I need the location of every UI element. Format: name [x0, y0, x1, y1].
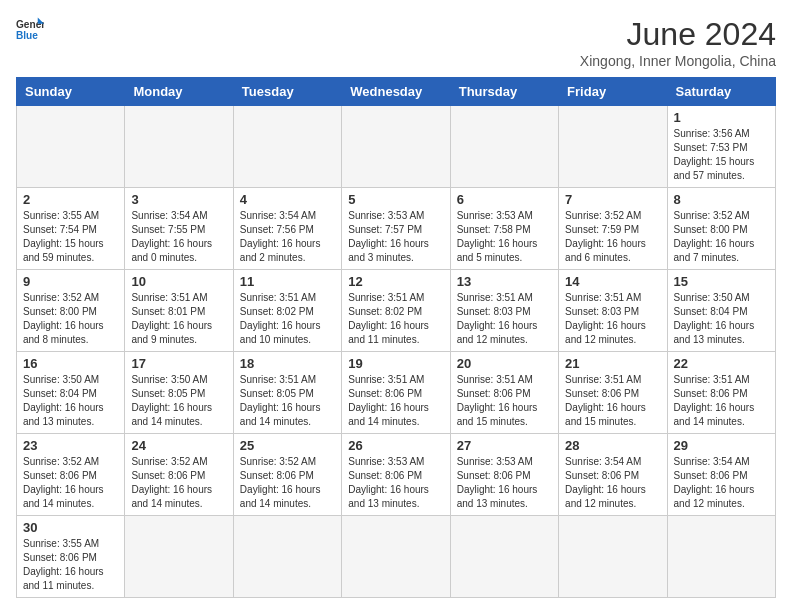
- svg-text:Blue: Blue: [16, 30, 38, 41]
- calendar-day-cell: 30Sunrise: 3:55 AMSunset: 8:06 PMDayligh…: [17, 516, 125, 598]
- weekday-header: Thursday: [450, 78, 558, 106]
- weekday-header: Monday: [125, 78, 233, 106]
- day-number: 28: [565, 438, 660, 453]
- calendar-day-cell: 21Sunrise: 3:51 AMSunset: 8:06 PMDayligh…: [559, 352, 667, 434]
- day-info: Sunrise: 3:50 AMSunset: 8:04 PMDaylight:…: [674, 291, 769, 347]
- calendar-day-cell: 3Sunrise: 3:54 AMSunset: 7:55 PMDaylight…: [125, 188, 233, 270]
- calendar-day-cell: [125, 106, 233, 188]
- calendar-week-row: 9Sunrise: 3:52 AMSunset: 8:00 PMDaylight…: [17, 270, 776, 352]
- day-info: Sunrise: 3:56 AMSunset: 7:53 PMDaylight:…: [674, 127, 769, 183]
- logo-area: General Blue: [16, 16, 44, 44]
- generalblue-logo-icon: General Blue: [16, 16, 44, 44]
- calendar-week-row: 2Sunrise: 3:55 AMSunset: 7:54 PMDaylight…: [17, 188, 776, 270]
- calendar-day-cell: 25Sunrise: 3:52 AMSunset: 8:06 PMDayligh…: [233, 434, 341, 516]
- day-info: Sunrise: 3:55 AMSunset: 7:54 PMDaylight:…: [23, 209, 118, 265]
- calendar-day-cell: [233, 516, 341, 598]
- calendar-day-cell: 20Sunrise: 3:51 AMSunset: 8:06 PMDayligh…: [450, 352, 558, 434]
- day-number: 12: [348, 274, 443, 289]
- weekday-header: Friday: [559, 78, 667, 106]
- day-info: Sunrise: 3:52 AMSunset: 8:00 PMDaylight:…: [23, 291, 118, 347]
- calendar-week-row: 23Sunrise: 3:52 AMSunset: 8:06 PMDayligh…: [17, 434, 776, 516]
- day-info: Sunrise: 3:52 AMSunset: 8:06 PMDaylight:…: [240, 455, 335, 511]
- calendar-day-cell: 14Sunrise: 3:51 AMSunset: 8:03 PMDayligh…: [559, 270, 667, 352]
- calendar-day-cell: [450, 516, 558, 598]
- title-area: June 2024 Xingong, Inner Mongolia, China: [580, 16, 776, 69]
- day-info: Sunrise: 3:54 AMSunset: 8:06 PMDaylight:…: [565, 455, 660, 511]
- day-number: 5: [348, 192, 443, 207]
- day-info: Sunrise: 3:51 AMSunset: 8:01 PMDaylight:…: [131, 291, 226, 347]
- calendar-day-cell: 2Sunrise: 3:55 AMSunset: 7:54 PMDaylight…: [17, 188, 125, 270]
- calendar-day-cell: [559, 516, 667, 598]
- calendar-day-cell: 28Sunrise: 3:54 AMSunset: 8:06 PMDayligh…: [559, 434, 667, 516]
- weekday-header: Tuesday: [233, 78, 341, 106]
- calendar-header: SundayMondayTuesdayWednesdayThursdayFrid…: [17, 78, 776, 106]
- day-info: Sunrise: 3:50 AMSunset: 8:04 PMDaylight:…: [23, 373, 118, 429]
- calendar-day-cell: 5Sunrise: 3:53 AMSunset: 7:57 PMDaylight…: [342, 188, 450, 270]
- day-number: 30: [23, 520, 118, 535]
- day-number: 11: [240, 274, 335, 289]
- calendar-day-cell: 16Sunrise: 3:50 AMSunset: 8:04 PMDayligh…: [17, 352, 125, 434]
- calendar-day-cell: 26Sunrise: 3:53 AMSunset: 8:06 PMDayligh…: [342, 434, 450, 516]
- calendar-day-cell: 8Sunrise: 3:52 AMSunset: 8:00 PMDaylight…: [667, 188, 775, 270]
- day-number: 6: [457, 192, 552, 207]
- calendar-day-cell: 19Sunrise: 3:51 AMSunset: 8:06 PMDayligh…: [342, 352, 450, 434]
- day-info: Sunrise: 3:52 AMSunset: 8:06 PMDaylight:…: [131, 455, 226, 511]
- calendar-week-row: 1Sunrise: 3:56 AMSunset: 7:53 PMDaylight…: [17, 106, 776, 188]
- day-info: Sunrise: 3:53 AMSunset: 7:57 PMDaylight:…: [348, 209, 443, 265]
- calendar-table: SundayMondayTuesdayWednesdayThursdayFrid…: [16, 77, 776, 598]
- day-info: Sunrise: 3:54 AMSunset: 7:56 PMDaylight:…: [240, 209, 335, 265]
- calendar-day-cell: 27Sunrise: 3:53 AMSunset: 8:06 PMDayligh…: [450, 434, 558, 516]
- weekday-header: Saturday: [667, 78, 775, 106]
- day-number: 22: [674, 356, 769, 371]
- day-number: 27: [457, 438, 552, 453]
- month-title: June 2024: [580, 16, 776, 53]
- calendar-day-cell: 10Sunrise: 3:51 AMSunset: 8:01 PMDayligh…: [125, 270, 233, 352]
- day-number: 24: [131, 438, 226, 453]
- calendar-body: 1Sunrise: 3:56 AMSunset: 7:53 PMDaylight…: [17, 106, 776, 598]
- calendar-day-cell: 29Sunrise: 3:54 AMSunset: 8:06 PMDayligh…: [667, 434, 775, 516]
- day-info: Sunrise: 3:54 AMSunset: 7:55 PMDaylight:…: [131, 209, 226, 265]
- day-number: 9: [23, 274, 118, 289]
- day-info: Sunrise: 3:53 AMSunset: 8:06 PMDaylight:…: [457, 455, 552, 511]
- day-info: Sunrise: 3:51 AMSunset: 8:06 PMDaylight:…: [348, 373, 443, 429]
- day-number: 18: [240, 356, 335, 371]
- calendar-day-cell: [233, 106, 341, 188]
- day-number: 13: [457, 274, 552, 289]
- day-info: Sunrise: 3:51 AMSunset: 8:06 PMDaylight:…: [457, 373, 552, 429]
- calendar-day-cell: 13Sunrise: 3:51 AMSunset: 8:03 PMDayligh…: [450, 270, 558, 352]
- day-number: 1: [674, 110, 769, 125]
- calendar-day-cell: [667, 516, 775, 598]
- day-info: Sunrise: 3:54 AMSunset: 8:06 PMDaylight:…: [674, 455, 769, 511]
- day-info: Sunrise: 3:52 AMSunset: 8:06 PMDaylight:…: [23, 455, 118, 511]
- day-number: 20: [457, 356, 552, 371]
- day-info: Sunrise: 3:51 AMSunset: 8:05 PMDaylight:…: [240, 373, 335, 429]
- calendar-day-cell: [342, 516, 450, 598]
- day-info: Sunrise: 3:51 AMSunset: 8:03 PMDaylight:…: [565, 291, 660, 347]
- day-number: 23: [23, 438, 118, 453]
- page-container: General Blue June 2024 Xingong, Inner Mo…: [16, 16, 776, 598]
- day-number: 17: [131, 356, 226, 371]
- calendar-day-cell: [559, 106, 667, 188]
- day-number: 21: [565, 356, 660, 371]
- day-info: Sunrise: 3:52 AMSunset: 8:00 PMDaylight:…: [674, 209, 769, 265]
- calendar-day-cell: 9Sunrise: 3:52 AMSunset: 8:00 PMDaylight…: [17, 270, 125, 352]
- calendar-day-cell: [125, 516, 233, 598]
- day-number: 29: [674, 438, 769, 453]
- calendar-day-cell: [342, 106, 450, 188]
- weekday-header: Sunday: [17, 78, 125, 106]
- day-number: 10: [131, 274, 226, 289]
- calendar-day-cell: [450, 106, 558, 188]
- calendar-day-cell: 23Sunrise: 3:52 AMSunset: 8:06 PMDayligh…: [17, 434, 125, 516]
- header: General Blue June 2024 Xingong, Inner Mo…: [16, 16, 776, 69]
- day-info: Sunrise: 3:50 AMSunset: 8:05 PMDaylight:…: [131, 373, 226, 429]
- day-info: Sunrise: 3:51 AMSunset: 8:02 PMDaylight:…: [348, 291, 443, 347]
- day-number: 14: [565, 274, 660, 289]
- calendar-day-cell: 7Sunrise: 3:52 AMSunset: 7:59 PMDaylight…: [559, 188, 667, 270]
- calendar-day-cell: 12Sunrise: 3:51 AMSunset: 8:02 PMDayligh…: [342, 270, 450, 352]
- calendar-day-cell: 15Sunrise: 3:50 AMSunset: 8:04 PMDayligh…: [667, 270, 775, 352]
- calendar-day-cell: 17Sunrise: 3:50 AMSunset: 8:05 PMDayligh…: [125, 352, 233, 434]
- day-number: 4: [240, 192, 335, 207]
- weekday-row: SundayMondayTuesdayWednesdayThursdayFrid…: [17, 78, 776, 106]
- calendar-day-cell: 11Sunrise: 3:51 AMSunset: 8:02 PMDayligh…: [233, 270, 341, 352]
- calendar-day-cell: 24Sunrise: 3:52 AMSunset: 8:06 PMDayligh…: [125, 434, 233, 516]
